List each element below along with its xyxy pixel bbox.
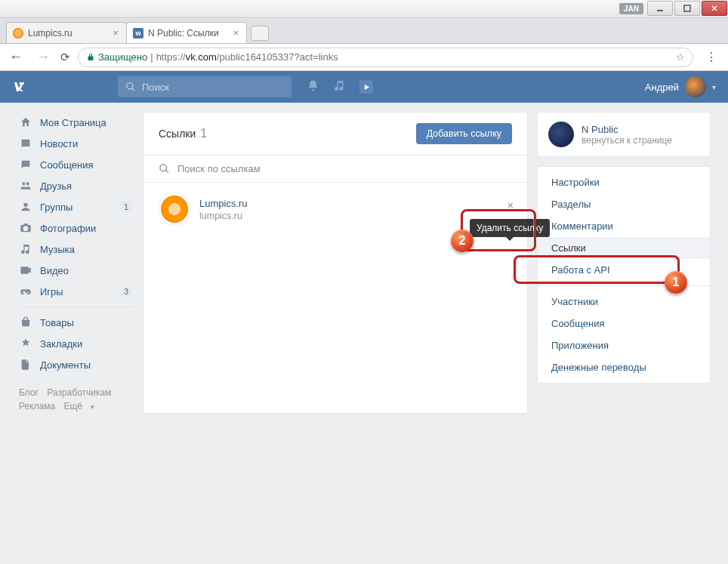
callout-number-2: 2 xyxy=(451,230,474,252)
settings-menu-item[interactable]: Денежные переводы xyxy=(538,356,710,378)
secure-indicator: Защищено xyxy=(86,51,147,63)
nav-item-video[interactable]: Видео xyxy=(19,260,134,281)
add-link-button[interactable]: Добавить ссылку xyxy=(416,123,512,144)
nav-label: Музыка xyxy=(40,244,75,255)
url-separator: | xyxy=(150,51,153,63)
url-protocol: https:// xyxy=(156,51,186,63)
settings-menu-item[interactable]: Разделы xyxy=(538,193,710,215)
bookmark-star-icon[interactable]: ☆ xyxy=(676,51,685,63)
tab-close-icon[interactable]: × xyxy=(231,27,240,39)
settings-menu-item[interactable]: Настройки xyxy=(538,171,710,193)
vk-user-avatar xyxy=(685,76,706,97)
delete-tooltip: Удалить ссылку xyxy=(470,219,550,237)
nav-label: Группы xyxy=(40,202,72,213)
footer-more-link[interactable]: Ещё ▾ xyxy=(63,401,100,411)
video-icon xyxy=(19,264,32,276)
new-tab-button[interactable] xyxy=(251,26,269,41)
nav-item-docs[interactable]: Документы xyxy=(19,354,134,375)
link-avatar xyxy=(159,193,190,225)
market-icon xyxy=(19,316,32,328)
url-host: vk.com xyxy=(186,51,217,63)
tab-close-icon[interactable]: × xyxy=(111,27,120,39)
callout-number-1: 1 xyxy=(665,271,687,294)
nav-item-photo[interactable]: Фотографии xyxy=(19,217,134,239)
nav-label: Игры xyxy=(40,286,63,297)
nav-label: Друзья xyxy=(40,180,72,192)
nav-item-market[interactable]: Товары xyxy=(19,312,134,333)
vk-search-input[interactable]: Поиск xyxy=(118,76,292,97)
links-count: 1 xyxy=(200,127,207,140)
groups-icon xyxy=(19,201,32,213)
links-search-input[interactable]: Поиск по ссылкам xyxy=(143,156,527,183)
search-icon xyxy=(159,163,170,174)
nav-item-home[interactable]: Моя Страница xyxy=(19,112,134,133)
browser-tab-vk[interactable]: w N Public: Ссылки × xyxy=(126,22,247,43)
docs-icon xyxy=(19,359,32,371)
browser-tab-lumpics[interactable]: Lumpics.ru × xyxy=(6,22,127,43)
omnibox[interactable]: Защищено | https://vk.com/public16410533… xyxy=(78,48,693,67)
friends-icon xyxy=(19,180,32,192)
nav-label: Товары xyxy=(40,317,74,328)
home-icon xyxy=(19,116,32,128)
nav-back-button[interactable]: ← xyxy=(6,49,26,65)
address-bar: ← → ⟳ Защищено | https://vk.com/public16… xyxy=(0,44,728,71)
footer-ads-link[interactable]: Реклама xyxy=(19,401,55,411)
nav-item-news[interactable]: Новости xyxy=(19,133,134,154)
link-title[interactable]: Lumpics.ru xyxy=(199,198,248,209)
favicon-vk-icon: w xyxy=(133,28,143,39)
nav-footer: Блог Разработчикам Реклама Ещё ▾ xyxy=(19,386,134,414)
orange-icon xyxy=(161,196,188,223)
settings-menu-item[interactable]: Комментарии xyxy=(538,215,710,237)
nav-label: Новости xyxy=(40,138,78,149)
nav-item-music[interactable]: Музыка xyxy=(19,239,134,260)
nav-item-games[interactable]: Игры3 xyxy=(19,281,134,302)
nav-badge: 3 xyxy=(120,286,132,297)
footer-blog-link[interactable]: Блог xyxy=(19,387,39,398)
games-icon xyxy=(19,285,32,297)
play-button[interactable] xyxy=(359,80,373,94)
news-icon xyxy=(19,137,32,149)
music-icon xyxy=(19,243,32,255)
window-minimize-button[interactable] xyxy=(647,1,673,16)
back-to-page-link[interactable]: вернуться к странице xyxy=(581,135,672,146)
nav-label: Видео xyxy=(40,265,69,276)
nav-item-friends[interactable]: Друзья xyxy=(19,175,134,196)
vk-user-menu[interactable]: Андрей ▾ xyxy=(645,76,716,97)
group-name: N Public xyxy=(581,124,672,135)
settings-menu-item[interactable]: Участники xyxy=(538,291,710,313)
nav-label: Моя Страница xyxy=(40,117,106,128)
vk-logo-icon[interactable] xyxy=(12,79,35,94)
nav-forward-button[interactable]: → xyxy=(33,49,53,65)
tab-label: Lumpics.ru xyxy=(28,28,72,39)
nav-label: Документы xyxy=(40,359,91,371)
settings-menu-item[interactable]: Приложения xyxy=(538,334,710,356)
browser-menu-button[interactable]: ⋮ xyxy=(701,50,722,64)
nav-reload-button[interactable]: ⟳ xyxy=(60,51,70,64)
photo-icon xyxy=(19,222,32,234)
jan-badge: JAN xyxy=(619,3,643,14)
music-icon[interactable] xyxy=(333,79,346,95)
nav-label: Закладки xyxy=(40,338,82,350)
nav-label: Сообщения xyxy=(40,159,94,171)
vk-username: Андрей xyxy=(645,82,679,93)
vk-header: Поиск Андрей ▾ xyxy=(0,71,728,103)
notifications-icon[interactable] xyxy=(307,79,319,95)
window-close-button[interactable] xyxy=(702,1,727,16)
search-placeholder: Поиск по ссылкам xyxy=(177,163,261,174)
delete-link-button[interactable]: × xyxy=(507,199,514,211)
settings-menu-item[interactable]: Ссылки xyxy=(538,237,710,259)
window-titlebar: JAN xyxy=(0,0,728,18)
nav-item-msg[interactable]: Сообщения xyxy=(19,154,134,175)
search-icon xyxy=(125,82,136,92)
nav-separator xyxy=(19,307,134,307)
nav-item-bookmark[interactable]: Закладки xyxy=(19,333,134,354)
group-header[interactable]: N Public вернуться к странице xyxy=(538,112,710,156)
window-maximize-button[interactable] xyxy=(674,1,700,16)
page-content: Поиск Андрей ▾ Моя СтраницаНовостиСообще… xyxy=(0,71,728,564)
footer-devs-link[interactable]: Разработчикам xyxy=(47,387,111,398)
left-nav: Моя СтраницаНовостиСообщенияДрузьяГруппы… xyxy=(13,112,134,414)
settings-menu-item[interactable]: Сообщения xyxy=(538,313,710,334)
vk-search-placeholder: Поиск xyxy=(142,82,169,93)
favicon-orange-icon xyxy=(13,28,23,39)
nav-item-groups[interactable]: Группы1 xyxy=(19,196,134,217)
